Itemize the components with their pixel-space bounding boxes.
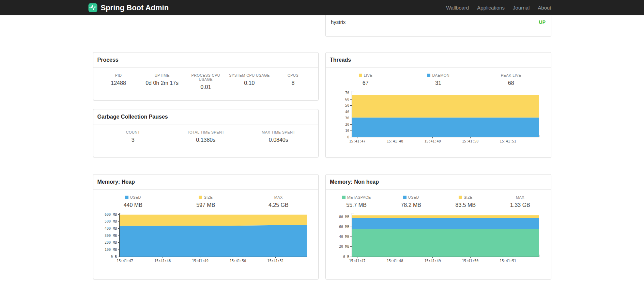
gc-card-title: Garbage Collection Pauses <box>93 109 319 124</box>
memory-heap-chart: 0 B100 MB200 MB300 MB400 MB500 MB600 MB1… <box>95 211 319 268</box>
svg-text:0 B: 0 B <box>343 255 349 259</box>
svg-text:100 MB: 100 MB <box>104 248 117 252</box>
svg-text:400 MB: 400 MB <box>104 227 117 230</box>
legend-item-nonheap-max: MAX 1.33 GB <box>493 195 547 208</box>
gc-stats: COUNT 3 TOTAL TIME SPENT 0.1380s MAX TIM… <box>93 124 319 143</box>
nav-link-applications[interactable]: Applications <box>473 5 509 11</box>
memory-heap-card-title: Memory: Heap <box>93 174 319 189</box>
legend-swatch-nonheap-size <box>459 196 462 199</box>
memory-nonheap-card-title: Memory: Non heap <box>326 174 551 189</box>
process-card: Process PID 12488 UPTIME 0d 0h 2m 17s PR… <box>93 52 319 101</box>
legend-item-nonheap-used: USED 78.2 MB <box>384 195 438 208</box>
svg-text:30: 30 <box>345 116 349 120</box>
legend-item-daemon: DAEMON 31 <box>402 73 475 86</box>
process-card-title: Process <box>93 52 319 67</box>
svg-text:15:41:49: 15:41:49 <box>192 259 208 263</box>
legend-item-metaspace: METASPACE 55.7 MB <box>329 195 384 208</box>
legend-swatch-heap-used <box>125 196 128 199</box>
health-card: hystrix UP <box>325 15 551 36</box>
health-service-name: hystrix <box>331 19 346 25</box>
svg-text:70: 70 <box>345 91 349 95</box>
stat-system-cpu: SYSTEM CPU USAGE 0.10 <box>228 73 271 90</box>
stat-cpus: CPUS 8 <box>271 73 315 90</box>
svg-text:600 MB: 600 MB <box>104 213 117 216</box>
legend-item-peak-live: PEAK LIVE 68 <box>475 73 548 86</box>
nav-link-about[interactable]: About <box>534 5 551 11</box>
svg-text:15:41:49: 15:41:49 <box>425 259 441 263</box>
svg-text:15:41:50: 15:41:50 <box>462 259 478 263</box>
svg-text:20: 20 <box>345 123 349 126</box>
svg-text:20 MB: 20 MB <box>339 245 349 248</box>
svg-text:500 MB: 500 MB <box>104 219 117 223</box>
svg-text:40 MB: 40 MB <box>339 235 349 239</box>
svg-text:15:41:49: 15:41:49 <box>425 139 441 143</box>
gc-card: Garbage Collection Pauses COUNT 3 TOTAL … <box>93 109 319 157</box>
legend-item-heap-used: USED 440 MB <box>97 195 170 208</box>
svg-text:50: 50 <box>345 104 349 107</box>
legend-swatch-daemon <box>427 74 430 77</box>
svg-text:40: 40 <box>345 110 349 114</box>
svg-text:15:41:48: 15:41:48 <box>387 139 403 143</box>
brand-title: Spring Boot Admin <box>101 3 169 12</box>
stat-uptime: UPTIME 0d 0h 2m 17s <box>140 73 184 90</box>
legend-swatch-heap-size <box>199 196 202 199</box>
svg-text:15:41:51: 15:41:51 <box>500 259 516 263</box>
legend-item-heap-size: SIZE 597 MB <box>169 195 242 208</box>
stat-gc-total-time: TOTAL TIME SPENT 0.1380s <box>169 130 242 143</box>
brand-link[interactable]: Spring Boot Admin <box>88 3 169 12</box>
legend-swatch-metaspace <box>342 196 346 199</box>
legend-item-live: LIVE 67 <box>329 73 402 86</box>
stat-pid: PID 12488 <box>97 73 140 90</box>
svg-text:0 B: 0 B <box>110 255 117 259</box>
svg-text:0: 0 <box>347 135 349 139</box>
svg-text:15:41:47: 15:41:47 <box>117 259 133 263</box>
stat-process-cpu: PROCESS CPU USAGE 0.01 <box>184 73 228 90</box>
svg-text:15:41:50: 15:41:50 <box>230 259 246 263</box>
threads-card-title: Threads <box>326 52 551 67</box>
stat-gc-max-time: MAX TIME SPENT 0.0840s <box>242 130 315 143</box>
svg-text:15:41:47: 15:41:47 <box>349 259 365 263</box>
legend-swatch-live <box>359 74 362 77</box>
nav-link-journal[interactable]: Journal <box>509 5 534 11</box>
main-content: hystrix UP Process PID 12488 UPTIME 0d 0… <box>93 15 551 303</box>
memory-nonheap-legend: METASPACE 55.7 MB USED 78.2 MB <box>326 189 551 208</box>
svg-text:300 MB: 300 MB <box>104 234 117 238</box>
svg-text:60: 60 <box>345 97 349 101</box>
svg-text:60 MB: 60 MB <box>339 225 349 229</box>
memory-heap-card: Memory: Heap USED 440 MB SIZE <box>93 174 319 279</box>
svg-text:15:41:51: 15:41:51 <box>267 259 283 263</box>
memory-nonheap-chart: 0 B20 MB40 MB60 MB80 MB15:41:4715:41:481… <box>328 211 551 268</box>
memory-heap-legend: USED 440 MB SIZE 597 MB MAX <box>93 189 319 208</box>
svg-text:200 MB: 200 MB <box>104 241 117 244</box>
legend-item-heap-max: MAX 4.25 GB <box>242 195 315 208</box>
svg-text:10: 10 <box>345 129 349 133</box>
nav-links: Wallboard Applications Journal About <box>442 5 551 11</box>
health-row-hystrix: hystrix UP <box>326 15 551 29</box>
memory-nonheap-card: Memory: Non heap METASPACE 55.7 MB USED <box>325 174 551 279</box>
threads-card: Threads LIVE 67 DAEMON 3 <box>325 52 551 158</box>
svg-text:15:41:48: 15:41:48 <box>387 259 403 263</box>
spring-boot-admin-logo-icon <box>88 3 97 12</box>
nav-link-wallboard[interactable]: Wallboard <box>442 5 473 11</box>
svg-text:15:41:48: 15:41:48 <box>154 259 171 263</box>
svg-text:80 MB: 80 MB <box>339 215 349 219</box>
status-badge: UP <box>539 19 546 25</box>
navbar: Spring Boot Admin Wallboard Applications… <box>0 0 644 15</box>
legend-swatch-nonheap-used <box>403 196 407 199</box>
process-stats: PID 12488 UPTIME 0d 0h 2m 17s PROCESS CP… <box>93 67 319 90</box>
threads-legend: LIVE 67 DAEMON 31 PEAK LIVE <box>326 67 551 86</box>
threads-chart: 01020304050607015:41:4715:41:4815:41:491… <box>328 89 551 149</box>
svg-text:15:41:47: 15:41:47 <box>349 139 365 143</box>
svg-text:15:41:50: 15:41:50 <box>462 139 478 143</box>
legend-item-nonheap-size: SIZE 83.5 MB <box>438 195 493 208</box>
svg-text:15:41:51: 15:41:51 <box>500 139 516 143</box>
stat-gc-count: COUNT 3 <box>97 130 170 143</box>
